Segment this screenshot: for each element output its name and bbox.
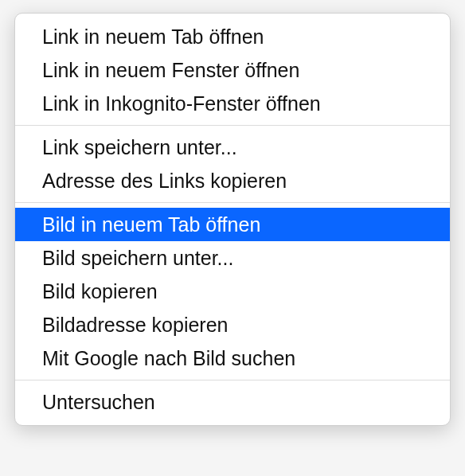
- menu-item-search-google-image[interactable]: Mit Google nach Bild suchen: [15, 341, 450, 375]
- menu-item-copy-image[interactable]: Bild kopieren: [15, 275, 450, 308]
- menu-item-save-link[interactable]: Link speichern unter...: [15, 131, 450, 164]
- menu-item-link-incognito[interactable]: Link in Inkognito-Fenster öffnen: [15, 87, 450, 120]
- menu-item-inspect[interactable]: Untersuchen: [15, 385, 450, 419]
- context-menu: Link in neuem Tab öffnen Link in neuem F…: [14, 13, 451, 426]
- menu-item-link-new-tab[interactable]: Link in neuem Tab öffnen: [15, 20, 450, 53]
- menu-item-copy-link-address[interactable]: Adresse des Links kopieren: [15, 164, 450, 197]
- menu-separator: [15, 202, 450, 203]
- menu-item-link-new-window[interactable]: Link in neuem Fenster öffnen: [15, 53, 450, 87]
- menu-separator: [15, 125, 450, 126]
- menu-item-copy-image-address[interactable]: Bildadresse kopieren: [15, 308, 450, 341]
- menu-item-save-image[interactable]: Bild speichern unter...: [15, 241, 450, 275]
- menu-item-image-new-tab[interactable]: Bild in neuem Tab öffnen: [15, 208, 450, 241]
- menu-separator: [15, 380, 450, 380]
